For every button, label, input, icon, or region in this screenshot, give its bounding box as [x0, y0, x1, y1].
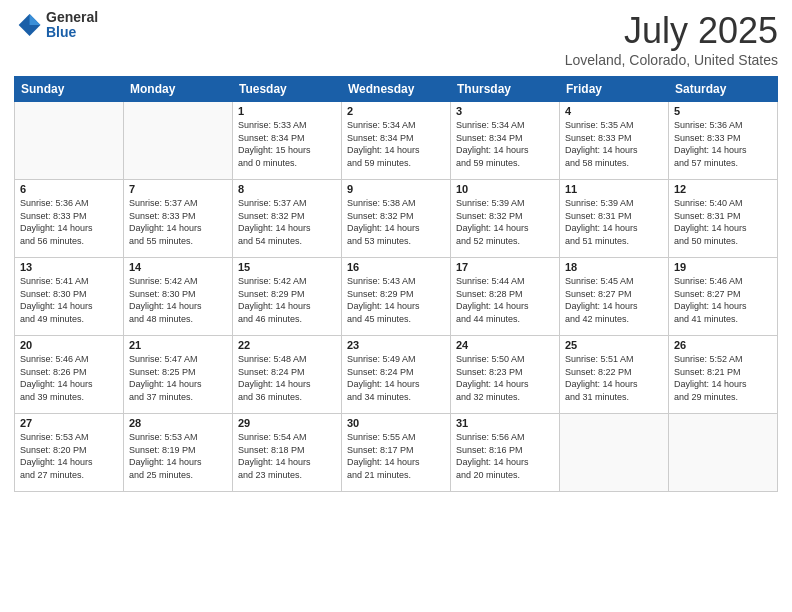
day-number: 17 [456, 261, 554, 273]
calendar-cell: 11Sunrise: 5:39 AM Sunset: 8:31 PM Dayli… [560, 180, 669, 258]
day-number: 13 [20, 261, 118, 273]
calendar-cell: 20Sunrise: 5:46 AM Sunset: 8:26 PM Dayli… [15, 336, 124, 414]
day-number: 23 [347, 339, 445, 351]
calendar-cell: 13Sunrise: 5:41 AM Sunset: 8:30 PM Dayli… [15, 258, 124, 336]
day-info: Sunrise: 5:52 AM Sunset: 8:21 PM Dayligh… [674, 353, 772, 403]
calendar-cell [669, 414, 778, 492]
day-number: 4 [565, 105, 663, 117]
col-thursday: Thursday [451, 77, 560, 102]
calendar-cell: 19Sunrise: 5:46 AM Sunset: 8:27 PM Dayli… [669, 258, 778, 336]
day-info: Sunrise: 5:34 AM Sunset: 8:34 PM Dayligh… [347, 119, 445, 169]
day-number: 24 [456, 339, 554, 351]
logo-icon [14, 11, 42, 39]
day-info: Sunrise: 5:39 AM Sunset: 8:31 PM Dayligh… [565, 197, 663, 247]
day-info: Sunrise: 5:47 AM Sunset: 8:25 PM Dayligh… [129, 353, 227, 403]
day-number: 30 [347, 417, 445, 429]
logo: General Blue [14, 10, 98, 41]
day-number: 15 [238, 261, 336, 273]
col-friday: Friday [560, 77, 669, 102]
calendar-cell: 31Sunrise: 5:56 AM Sunset: 8:16 PM Dayli… [451, 414, 560, 492]
day-info: Sunrise: 5:35 AM Sunset: 8:33 PM Dayligh… [565, 119, 663, 169]
day-info: Sunrise: 5:55 AM Sunset: 8:17 PM Dayligh… [347, 431, 445, 481]
calendar-cell: 3Sunrise: 5:34 AM Sunset: 8:34 PM Daylig… [451, 102, 560, 180]
col-sunday: Sunday [15, 77, 124, 102]
day-info: Sunrise: 5:56 AM Sunset: 8:16 PM Dayligh… [456, 431, 554, 481]
calendar-cell: 21Sunrise: 5:47 AM Sunset: 8:25 PM Dayli… [124, 336, 233, 414]
day-info: Sunrise: 5:45 AM Sunset: 8:27 PM Dayligh… [565, 275, 663, 325]
day-info: Sunrise: 5:44 AM Sunset: 8:28 PM Dayligh… [456, 275, 554, 325]
calendar-cell [560, 414, 669, 492]
day-info: Sunrise: 5:49 AM Sunset: 8:24 PM Dayligh… [347, 353, 445, 403]
col-tuesday: Tuesday [233, 77, 342, 102]
calendar-cell: 30Sunrise: 5:55 AM Sunset: 8:17 PM Dayli… [342, 414, 451, 492]
day-info: Sunrise: 5:54 AM Sunset: 8:18 PM Dayligh… [238, 431, 336, 481]
day-info: Sunrise: 5:51 AM Sunset: 8:22 PM Dayligh… [565, 353, 663, 403]
day-number: 14 [129, 261, 227, 273]
day-info: Sunrise: 5:38 AM Sunset: 8:32 PM Dayligh… [347, 197, 445, 247]
calendar-cell: 27Sunrise: 5:53 AM Sunset: 8:20 PM Dayli… [15, 414, 124, 492]
day-info: Sunrise: 5:46 AM Sunset: 8:27 PM Dayligh… [674, 275, 772, 325]
col-monday: Monday [124, 77, 233, 102]
calendar-cell: 5Sunrise: 5:36 AM Sunset: 8:33 PM Daylig… [669, 102, 778, 180]
main-title: July 2025 [565, 10, 778, 52]
calendar-cell: 26Sunrise: 5:52 AM Sunset: 8:21 PM Dayli… [669, 336, 778, 414]
col-wednesday: Wednesday [342, 77, 451, 102]
calendar-week-3: 20Sunrise: 5:46 AM Sunset: 8:26 PM Dayli… [15, 336, 778, 414]
day-number: 31 [456, 417, 554, 429]
day-info: Sunrise: 5:33 AM Sunset: 8:34 PM Dayligh… [238, 119, 336, 169]
calendar-cell: 6Sunrise: 5:36 AM Sunset: 8:33 PM Daylig… [15, 180, 124, 258]
day-number: 28 [129, 417, 227, 429]
calendar-cell: 29Sunrise: 5:54 AM Sunset: 8:18 PM Dayli… [233, 414, 342, 492]
calendar-cell: 25Sunrise: 5:51 AM Sunset: 8:22 PM Dayli… [560, 336, 669, 414]
day-number: 26 [674, 339, 772, 351]
day-info: Sunrise: 5:53 AM Sunset: 8:20 PM Dayligh… [20, 431, 118, 481]
day-number: 25 [565, 339, 663, 351]
day-number: 12 [674, 183, 772, 195]
day-number: 9 [347, 183, 445, 195]
calendar-cell: 9Sunrise: 5:38 AM Sunset: 8:32 PM Daylig… [342, 180, 451, 258]
calendar-cell: 14Sunrise: 5:42 AM Sunset: 8:30 PM Dayli… [124, 258, 233, 336]
day-number: 3 [456, 105, 554, 117]
day-info: Sunrise: 5:50 AM Sunset: 8:23 PM Dayligh… [456, 353, 554, 403]
calendar-cell: 7Sunrise: 5:37 AM Sunset: 8:33 PM Daylig… [124, 180, 233, 258]
day-info: Sunrise: 5:41 AM Sunset: 8:30 PM Dayligh… [20, 275, 118, 325]
calendar-cell: 2Sunrise: 5:34 AM Sunset: 8:34 PM Daylig… [342, 102, 451, 180]
day-number: 20 [20, 339, 118, 351]
calendar-week-0: 1Sunrise: 5:33 AM Sunset: 8:34 PM Daylig… [15, 102, 778, 180]
day-number: 10 [456, 183, 554, 195]
day-number: 5 [674, 105, 772, 117]
subtitle: Loveland, Colorado, United States [565, 52, 778, 68]
day-number: 8 [238, 183, 336, 195]
calendar-cell: 1Sunrise: 5:33 AM Sunset: 8:34 PM Daylig… [233, 102, 342, 180]
day-number: 7 [129, 183, 227, 195]
calendar-cell: 4Sunrise: 5:35 AM Sunset: 8:33 PM Daylig… [560, 102, 669, 180]
day-info: Sunrise: 5:37 AM Sunset: 8:32 PM Dayligh… [238, 197, 336, 247]
calendar-table: Sunday Monday Tuesday Wednesday Thursday… [14, 76, 778, 492]
calendar-cell: 12Sunrise: 5:40 AM Sunset: 8:31 PM Dayli… [669, 180, 778, 258]
day-number: 16 [347, 261, 445, 273]
day-info: Sunrise: 5:39 AM Sunset: 8:32 PM Dayligh… [456, 197, 554, 247]
calendar-cell: 23Sunrise: 5:49 AM Sunset: 8:24 PM Dayli… [342, 336, 451, 414]
day-info: Sunrise: 5:37 AM Sunset: 8:33 PM Dayligh… [129, 197, 227, 247]
header: General Blue July 2025 Loveland, Colorad… [14, 10, 778, 68]
calendar-header: Sunday Monday Tuesday Wednesday Thursday… [15, 77, 778, 102]
calendar-week-2: 13Sunrise: 5:41 AM Sunset: 8:30 PM Dayli… [15, 258, 778, 336]
calendar-cell: 15Sunrise: 5:42 AM Sunset: 8:29 PM Dayli… [233, 258, 342, 336]
calendar-week-4: 27Sunrise: 5:53 AM Sunset: 8:20 PM Dayli… [15, 414, 778, 492]
calendar-body: 1Sunrise: 5:33 AM Sunset: 8:34 PM Daylig… [15, 102, 778, 492]
logo-text: General Blue [46, 10, 98, 41]
day-info: Sunrise: 5:48 AM Sunset: 8:24 PM Dayligh… [238, 353, 336, 403]
svg-marker-1 [30, 15, 41, 26]
day-number: 21 [129, 339, 227, 351]
day-info: Sunrise: 5:53 AM Sunset: 8:19 PM Dayligh… [129, 431, 227, 481]
day-number: 11 [565, 183, 663, 195]
day-info: Sunrise: 5:36 AM Sunset: 8:33 PM Dayligh… [20, 197, 118, 247]
calendar-cell: 28Sunrise: 5:53 AM Sunset: 8:19 PM Dayli… [124, 414, 233, 492]
day-number: 19 [674, 261, 772, 273]
calendar-cell [15, 102, 124, 180]
header-row: Sunday Monday Tuesday Wednesday Thursday… [15, 77, 778, 102]
day-number: 29 [238, 417, 336, 429]
col-saturday: Saturday [669, 77, 778, 102]
logo-blue: Blue [46, 25, 98, 40]
day-info: Sunrise: 5:46 AM Sunset: 8:26 PM Dayligh… [20, 353, 118, 403]
